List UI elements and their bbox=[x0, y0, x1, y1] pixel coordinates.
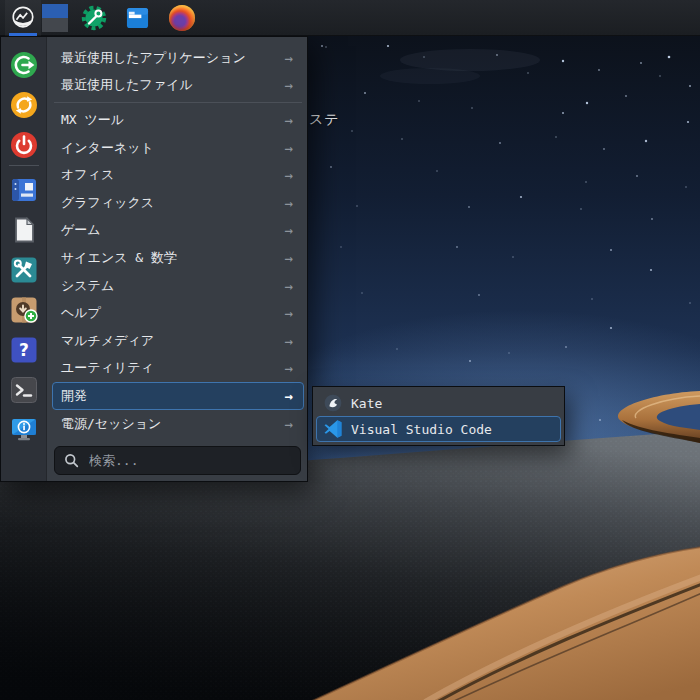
active-indicator bbox=[9, 33, 37, 36]
package-installer-icon bbox=[10, 296, 38, 324]
shutdown-icon bbox=[10, 131, 38, 159]
file-manager-launcher[interactable] bbox=[125, 6, 150, 30]
desktop-partial-text: ステ bbox=[309, 111, 340, 129]
menu-item-recent-apps[interactable]: 最近使用したアプリケーション → bbox=[52, 44, 304, 72]
system-info-button[interactable] bbox=[10, 416, 38, 444]
menu-item-help[interactable]: ヘルプ → bbox=[52, 299, 304, 327]
menu-item-label: サイエンス & 数学 bbox=[61, 249, 177, 267]
submenu-item-kate[interactable]: Kate bbox=[316, 390, 561, 416]
menu-item-mx-tools[interactable]: MX ツール → bbox=[52, 106, 304, 134]
software-manager-button[interactable] bbox=[10, 176, 38, 204]
logout-icon bbox=[10, 51, 38, 79]
menu-item-label: ゲーム bbox=[61, 221, 101, 239]
firefox-launcher[interactable] bbox=[169, 5, 195, 31]
submenu-arrow-icon: → bbox=[285, 305, 293, 321]
submenu-item-label: Visual Studio Code bbox=[351, 422, 492, 437]
menu-item-label: ヘルプ bbox=[61, 304, 101, 322]
mx-logo-icon bbox=[10, 5, 36, 31]
menu-item-utilities[interactable]: ユーティリティ → bbox=[52, 355, 304, 383]
submenu-arrow-icon: → bbox=[285, 222, 293, 238]
menu-item-internet[interactable]: インターネット → bbox=[52, 134, 304, 162]
top-panel bbox=[0, 0, 700, 36]
terminal-icon bbox=[10, 376, 38, 404]
system-info-icon bbox=[10, 416, 38, 444]
shutdown-button[interactable] bbox=[10, 131, 38, 159]
search-box[interactable] bbox=[54, 446, 301, 476]
menu-item-label: オフィス bbox=[61, 166, 114, 184]
workspace-pager[interactable] bbox=[42, 4, 68, 32]
mx-tools-button[interactable] bbox=[10, 256, 38, 284]
menu-item-label: システム bbox=[61, 277, 114, 295]
workspace-2[interactable] bbox=[42, 18, 68, 32]
submenu-arrow-icon: → bbox=[285, 77, 293, 93]
submenu-arrow-icon: → bbox=[285, 388, 293, 404]
submenu-arrow-icon: → bbox=[285, 195, 293, 211]
submenu-arrow-icon: → bbox=[285, 167, 293, 183]
development-submenu-popup: Kate Visual Studio Code bbox=[312, 386, 565, 446]
document-icon bbox=[10, 216, 38, 244]
submenu-arrow-icon: → bbox=[285, 278, 293, 294]
favorites-separator bbox=[9, 165, 39, 166]
menu-item-graphics[interactable]: グラフィックス → bbox=[52, 189, 304, 217]
whisker-menu-popup: ? 最近使用したアプリケーション → bbox=[0, 36, 308, 482]
whisker-menu-button[interactable] bbox=[5, 0, 41, 36]
menu-item-multimedia[interactable]: マルチメディア → bbox=[52, 327, 304, 355]
submenu-arrow-icon: → bbox=[285, 140, 293, 156]
menu-item-label: グラフィックス bbox=[61, 194, 154, 212]
menu-item-recent-files[interactable]: 最近使用したファイル → bbox=[52, 72, 304, 100]
menu-item-label: 電源/セッション bbox=[61, 415, 161, 433]
workspace-1-active[interactable] bbox=[42, 4, 68, 18]
menu-item-label: ユーティリティ bbox=[61, 359, 154, 377]
search-icon bbox=[64, 453, 79, 468]
reboot-button[interactable] bbox=[10, 91, 38, 119]
menu-item-label: MX ツール bbox=[61, 111, 124, 129]
menu-item-label: マルチメディア bbox=[61, 332, 154, 350]
menu-item-label: インターネット bbox=[61, 139, 154, 157]
svg-text:?: ? bbox=[19, 340, 29, 360]
help-button[interactable]: ? bbox=[10, 336, 38, 364]
reboot-icon bbox=[10, 91, 38, 119]
submenu-arrow-icon: → bbox=[285, 112, 293, 128]
mx-tools-launcher[interactable] bbox=[81, 5, 107, 31]
menu-item-label: 最近使用したファイル bbox=[61, 76, 193, 94]
blue-file-manager-icon bbox=[125, 6, 150, 30]
menu-item-system[interactable]: システム → bbox=[52, 272, 304, 300]
logout-button[interactable] bbox=[10, 51, 38, 79]
menu-item-games[interactable]: ゲーム → bbox=[52, 217, 304, 245]
software-manager-icon bbox=[10, 176, 38, 204]
help-icon: ? bbox=[10, 336, 38, 364]
submenu-item-label: Kate bbox=[351, 396, 382, 411]
submenu-arrow-icon: → bbox=[285, 416, 293, 432]
menu-item-development[interactable]: 開発 → bbox=[52, 382, 304, 410]
terminal-button[interactable] bbox=[10, 376, 38, 404]
submenu-arrow-icon: → bbox=[285, 50, 293, 66]
text-document-button[interactable] bbox=[10, 216, 38, 244]
menu-separator bbox=[54, 102, 302, 103]
kate-icon bbox=[324, 394, 342, 412]
submenu-arrow-icon: → bbox=[285, 360, 293, 376]
firefox-icon bbox=[169, 5, 195, 31]
menu-item-label: 最近使用したアプリケーション bbox=[61, 49, 246, 67]
menu-items-column: 最近使用したアプリケーション → 最近使用したファイル → MX ツール → イ… bbox=[47, 37, 307, 481]
search-input[interactable] bbox=[87, 452, 291, 469]
menu-item-label: 開発 bbox=[61, 387, 87, 405]
menu-item-science-math[interactable]: サイエンス & 数学 → bbox=[52, 244, 304, 272]
package-installer-button[interactable] bbox=[10, 296, 38, 324]
submenu-arrow-icon: → bbox=[285, 250, 293, 266]
menu-item-power-session[interactable]: 電源/セッション → bbox=[52, 410, 304, 438]
vscode-icon bbox=[324, 420, 342, 438]
mx-tools-icon bbox=[10, 256, 38, 284]
menu-item-office[interactable]: オフィス → bbox=[52, 161, 304, 189]
submenu-arrow-icon: → bbox=[285, 333, 293, 349]
green-gear-wrench-icon bbox=[81, 5, 107, 31]
favorites-column: ? bbox=[1, 37, 47, 481]
submenu-item-vscode[interactable]: Visual Studio Code bbox=[316, 416, 561, 442]
